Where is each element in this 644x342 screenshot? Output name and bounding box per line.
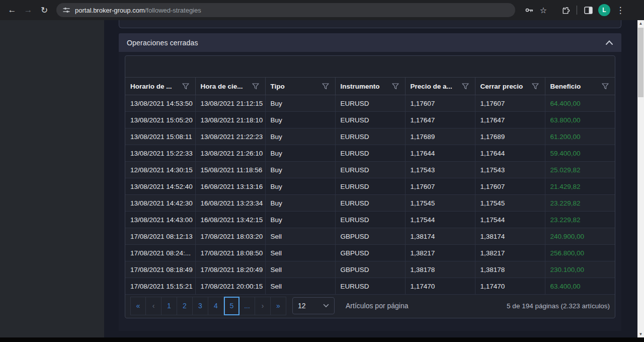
column-header-1[interactable]: Hora de cie... bbox=[195, 78, 265, 95]
page-scrollbar[interactable]: ▲ ▼ bbox=[637, 20, 644, 337]
collapse-chevron-up-icon[interactable] bbox=[605, 40, 613, 45]
table-row[interactable]: 17/08/2021 08:24:...17/08/2021 18:08:50S… bbox=[125, 245, 615, 261]
page-button-ellipsis[interactable]: ... bbox=[239, 297, 255, 315]
table-cell: 25.029,82 bbox=[545, 162, 615, 178]
table-cell: 13/08/2021 14:53:50 bbox=[125, 95, 195, 112]
table-cell: Sell bbox=[265, 228, 335, 245]
profile-avatar[interactable]: L bbox=[598, 4, 610, 16]
table-cell: Sell bbox=[265, 245, 335, 261]
table-row[interactable]: 13/08/2021 15:05:2013/08/2021 21:18:10Bu… bbox=[125, 112, 615, 128]
back-icon[interactable]: ← bbox=[5, 3, 19, 17]
table-cell: Sell bbox=[265, 261, 335, 278]
table-row[interactable]: 13/08/2021 15:08:1113/08/2021 21:22:23Bu… bbox=[125, 128, 615, 145]
password-key-icon[interactable] bbox=[522, 3, 536, 17]
table-cell: 1,17544 bbox=[405, 212, 475, 228]
table-cell: GBPUSD bbox=[335, 228, 405, 245]
filter-funnel-icon[interactable] bbox=[252, 83, 259, 90]
table-row[interactable]: 13/08/2021 14:52:4016/08/2021 13:13:16Bu… bbox=[125, 178, 615, 195]
table-cell: EURUSD bbox=[335, 112, 405, 128]
column-header-5[interactable]: Cerrar precio bbox=[475, 78, 545, 95]
page-button-first[interactable]: « bbox=[130, 297, 146, 315]
previous-card-edge bbox=[119, 20, 621, 28]
table-cell: 1,17544 bbox=[475, 212, 545, 228]
table-cell: Buy bbox=[265, 145, 335, 162]
extensions-icon[interactable] bbox=[558, 3, 573, 17]
table-cell: 1,38178 bbox=[475, 261, 545, 278]
left-sidebar bbox=[0, 20, 104, 337]
page-button-page-5[interactable]: 5 bbox=[224, 297, 239, 315]
site-info-icon[interactable] bbox=[62, 6, 70, 14]
table-cell: 13/08/2021 14:52:40 bbox=[125, 178, 195, 195]
table-cell: 1,38174 bbox=[475, 228, 545, 245]
table-cell: 64.400,00 bbox=[545, 95, 615, 112]
table-cell: EURUSD bbox=[335, 195, 405, 212]
filter-funnel-icon[interactable] bbox=[462, 83, 469, 90]
page-button-page-3[interactable]: 3 bbox=[193, 297, 208, 315]
table-cell: 17/08/2021 08:24:... bbox=[125, 245, 195, 261]
filter-funnel-icon[interactable] bbox=[602, 83, 609, 90]
filter-funnel-icon[interactable] bbox=[182, 83, 189, 90]
page-viewport: Operaciones cerradas Horario de ... bbox=[0, 20, 644, 337]
table-cell: 16/08/2021 13:13:16 bbox=[195, 178, 265, 195]
closed-operations-grid: Horario de ... Hora de cie... Tipo Instr… bbox=[125, 55, 615, 318]
reload-icon[interactable]: ↻ bbox=[37, 3, 51, 17]
table-row[interactable]: 17/08/2021 08:18:4917/08/2021 18:20:49Se… bbox=[125, 261, 615, 278]
panel-title: Operaciones cerradas bbox=[127, 39, 198, 47]
page-button-last[interactable]: » bbox=[271, 297, 286, 315]
filter-funnel-icon[interactable] bbox=[322, 83, 329, 90]
pager-buttons: «‹12345...›» bbox=[130, 297, 286, 315]
side-panel-icon[interactable] bbox=[581, 3, 595, 17]
table-cell: 15/08/2021 11:18:56 bbox=[195, 162, 265, 178]
filter-funnel-icon[interactable] bbox=[392, 83, 399, 90]
table-cell: 13/08/2021 14:43:00 bbox=[125, 212, 195, 228]
table-cell: 13/08/2021 15:05:20 bbox=[125, 112, 195, 128]
table-cell: 17/08/2021 08:18:49 bbox=[125, 261, 195, 278]
pager: «‹12345...›» 12 Artículos por página 5 d… bbox=[125, 295, 615, 317]
bookmark-star-icon[interactable]: ☆ bbox=[536, 3, 550, 17]
table-cell: 13/08/2021 15:08:11 bbox=[125, 128, 195, 145]
table-row[interactable]: 17/08/2021 15:15:2117/08/2021 20:00:15Se… bbox=[125, 278, 615, 295]
table-cell: 1,17543 bbox=[475, 162, 545, 178]
table-row[interactable]: 12/08/2021 14:30:1515/08/2021 11:18:56Bu… bbox=[125, 162, 615, 178]
table-body: 13/08/2021 14:53:5013/08/2021 21:12:15Bu… bbox=[125, 95, 615, 295]
table-row[interactable]: 17/08/2021 08:12:1317/08/2021 18:03:20Se… bbox=[125, 228, 615, 245]
table-cell: GBPUSD bbox=[335, 261, 405, 278]
page-button-page-1[interactable]: 1 bbox=[162, 297, 177, 315]
column-header-6[interactable]: Beneficio bbox=[545, 78, 615, 95]
url-bar[interactable]: portal.broker-group.com/followed-strateg… bbox=[56, 3, 515, 17]
page-size-value: 12 bbox=[298, 302, 306, 310]
panel-header[interactable]: Operaciones cerradas bbox=[119, 33, 621, 52]
table-cell: 16/08/2021 13:42:15 bbox=[195, 212, 265, 228]
browser-menu-icon[interactable]: ⋮ bbox=[613, 3, 627, 17]
page-button-page-4[interactable]: 4 bbox=[208, 297, 224, 315]
table-cell: 1,17607 bbox=[405, 178, 475, 195]
closed-operations-table: Horario de ... Hora de cie... Tipo Instr… bbox=[125, 77, 615, 295]
table-cell: 23.229,82 bbox=[545, 195, 615, 212]
scroll-down-icon[interactable]: ▼ bbox=[637, 331, 644, 337]
table-cell: 230.100,00 bbox=[545, 261, 615, 278]
table-row[interactable]: 13/08/2021 15:22:3313/08/2021 21:26:10Bu… bbox=[125, 145, 615, 162]
page-size-select[interactable]: 12 bbox=[292, 297, 335, 314]
table-row[interactable]: 13/08/2021 14:42:3016/08/2021 13:23:34Bu… bbox=[125, 195, 615, 212]
column-header-4[interactable]: Precio de a... bbox=[405, 78, 475, 95]
page-button-page-2[interactable]: 2 bbox=[177, 297, 193, 315]
column-header-3[interactable]: Instrumento bbox=[335, 78, 405, 95]
column-header-0[interactable]: Horario de ... bbox=[125, 78, 195, 95]
column-header-2[interactable]: Tipo bbox=[265, 78, 335, 95]
table-cell: 1,38178 bbox=[405, 261, 475, 278]
table-cell: Buy bbox=[265, 95, 335, 112]
scroll-up-icon[interactable]: ▲ bbox=[637, 20, 644, 27]
page-button-prev[interactable]: ‹ bbox=[146, 297, 162, 315]
table-cell: EURUSD bbox=[335, 162, 405, 178]
forward-icon[interactable]: → bbox=[21, 3, 35, 17]
table-cell: 13/08/2021 21:12:15 bbox=[195, 95, 265, 112]
page-button-next[interactable]: › bbox=[255, 297, 271, 315]
table-cell: 13/08/2021 21:26:10 bbox=[195, 145, 265, 162]
filter-funnel-icon[interactable] bbox=[532, 83, 539, 90]
table-row[interactable]: 13/08/2021 14:53:5013/08/2021 21:12:15Bu… bbox=[125, 95, 615, 112]
table-row[interactable]: 13/08/2021 14:43:0016/08/2021 13:42:15Bu… bbox=[125, 212, 615, 228]
scrollbar-thumb[interactable] bbox=[638, 28, 643, 97]
table-cell: EURUSD bbox=[335, 95, 405, 112]
table-cell: EURUSD bbox=[335, 278, 405, 295]
table-cell: 12/08/2021 14:30:15 bbox=[125, 162, 195, 178]
